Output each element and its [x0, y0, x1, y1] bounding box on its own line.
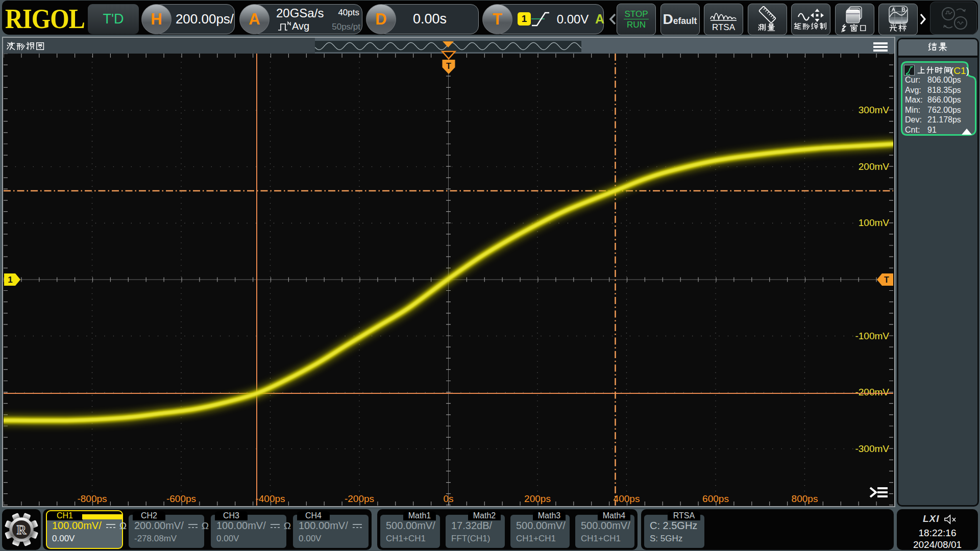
svg-text:T: T — [884, 276, 889, 284]
svg-text:-200ps: -200ps — [345, 493, 374, 504]
svg-text:-100mV: -100mV — [855, 331, 889, 341]
svg-text:T: T — [446, 62, 451, 70]
svg-text:-300mV: -300mV — [855, 443, 889, 454]
svg-text:0s: 0s — [443, 493, 453, 504]
svg-text:300mV: 300mV — [859, 105, 890, 115]
svg-text:800ps: 800ps — [792, 493, 818, 504]
svg-text:200ps: 200ps — [524, 493, 551, 504]
svg-text:-800ps: -800ps — [77, 493, 107, 504]
svg-text:1: 1 — [8, 275, 12, 285]
svg-text:400ps: 400ps — [614, 493, 640, 504]
svg-text:-200mV: -200mV — [855, 387, 889, 397]
svg-text:600ps: 600ps — [702, 493, 729, 504]
svg-text:R: R — [17, 522, 27, 537]
svg-text:200mV: 200mV — [859, 161, 890, 172]
svg-text:100mV: 100mV — [859, 217, 890, 228]
svg-text:-600ps: -600ps — [166, 493, 196, 504]
svg-text:-400ps: -400ps — [255, 493, 285, 504]
